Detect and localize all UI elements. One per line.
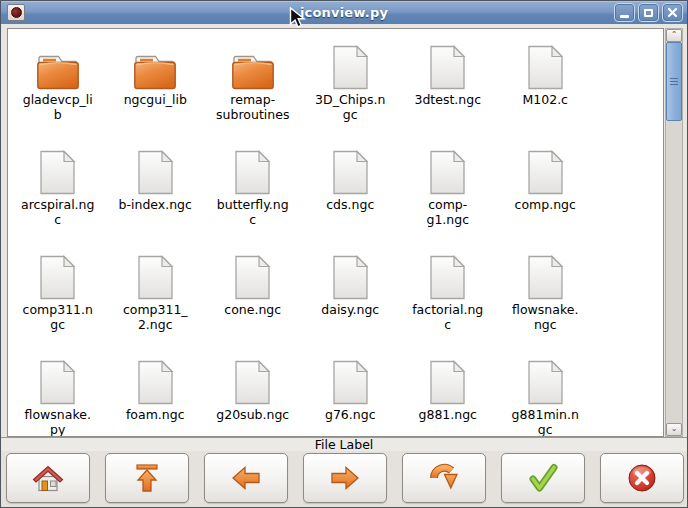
file-item-label: comp- g1.ngc <box>426 197 469 227</box>
scroll-down-button[interactable]: ⌄ <box>666 423 682 436</box>
file-item[interactable]: comp311_ 2.ngc <box>107 244 205 349</box>
forward-arrow-icon <box>329 464 361 492</box>
file-item-label: comp.ngc <box>515 197 576 212</box>
file-icon <box>332 360 369 405</box>
window-menu-button[interactable] <box>7 4 25 21</box>
file-icon <box>137 360 174 405</box>
file-icon <box>234 150 271 195</box>
file-item-label: factorial.ng c <box>412 302 483 332</box>
home-button[interactable] <box>6 453 90 503</box>
file-icon <box>332 45 369 90</box>
file-icon <box>137 255 174 300</box>
file-item[interactable]: flowsnake. py <box>9 349 107 437</box>
vertical-scrollbar[interactable]: ⌃ ⌄ <box>665 28 683 437</box>
file-item[interactable]: gladevcp_li b <box>9 34 107 139</box>
file-item-label: g20sub.ngc <box>216 407 289 422</box>
file-item[interactable]: ngcgui_lib <box>107 34 205 139</box>
file-item[interactable]: comp- g1.ngc <box>399 139 497 244</box>
file-item[interactable]: M102.c <box>497 34 595 139</box>
file-item[interactable]: butterfly.ng c <box>204 139 302 244</box>
close-button[interactable] <box>662 3 683 22</box>
maximize-button[interactable] <box>638 3 659 22</box>
jump-arrow-icon <box>428 462 460 494</box>
file-item-label: butterfly.ng c <box>217 197 289 227</box>
file-icon <box>429 45 466 90</box>
file-item-label: foam.ngc <box>126 407 185 422</box>
folder-icon <box>35 50 81 90</box>
file-item-label: cds.ngc <box>326 197 374 212</box>
folder-icon <box>132 50 178 90</box>
file-icon <box>39 150 76 195</box>
file-item[interactable]: g881min.n gc <box>497 349 595 437</box>
file-item[interactable]: arcspiral.ng c <box>9 139 107 244</box>
file-item[interactable]: b-index.ngc <box>107 139 205 244</box>
file-icon <box>39 255 76 300</box>
file-item-label: comp311.n gc <box>23 302 93 332</box>
minimize-icon <box>620 15 629 18</box>
file-item[interactable]: flowsnake. ngc <box>497 244 595 349</box>
close-icon <box>667 7 678 18</box>
file-item[interactable]: cone.ngc <box>204 244 302 349</box>
file-item-label: arcspiral.ng c <box>21 197 94 227</box>
file-icon <box>527 255 564 300</box>
maximize-icon <box>644 9 653 17</box>
forward-button[interactable] <box>303 453 387 503</box>
cancel-button[interactable] <box>600 453 684 503</box>
file-item[interactable]: 3dtest.ngc <box>399 34 497 139</box>
file-icon <box>527 45 564 90</box>
file-item-label: flowsnake. ngc <box>512 302 578 332</box>
file-icon-view[interactable]: gladevcp_li b ngcgui_lib remap- subrouti… <box>7 28 664 437</box>
file-item[interactable]: g881.ngc <box>399 349 497 437</box>
file-icon <box>429 360 466 405</box>
file-item[interactable]: daisy.ngc <box>302 244 400 349</box>
file-item[interactable]: comp.ngc <box>497 139 595 244</box>
app-window: iconview.py gladevcp_li b <box>0 0 688 508</box>
file-label-bar: File Label <box>1 437 687 452</box>
file-grid: gladevcp_li b ngcgui_lib remap- subrouti… <box>9 34 594 437</box>
file-icon <box>527 150 564 195</box>
file-item-label: g76.ngc <box>325 407 376 422</box>
home-icon <box>31 463 65 494</box>
ok-button[interactable] <box>501 453 585 503</box>
window-title: iconview.py <box>1 5 687 20</box>
back-arrow-icon <box>230 464 262 492</box>
toolbar <box>1 451 687 508</box>
file-item[interactable]: foam.ngc <box>107 349 205 437</box>
file-item-label: ngcgui_lib <box>124 92 187 107</box>
file-item[interactable]: g20sub.ngc <box>204 349 302 437</box>
scrollbar-thumb[interactable] <box>666 42 682 121</box>
file-icon <box>137 150 174 195</box>
file-item-label: cone.ngc <box>224 302 281 317</box>
file-icon <box>527 360 564 405</box>
file-item-label: gladevcp_li b <box>23 92 93 122</box>
go-top-button[interactable] <box>105 453 189 503</box>
go-top-icon <box>131 462 163 494</box>
file-icon <box>429 255 466 300</box>
file-item[interactable]: comp311.n gc <box>9 244 107 349</box>
file-item[interactable]: cds.ngc <box>302 139 400 244</box>
check-icon <box>527 463 559 493</box>
file-icon <box>234 360 271 405</box>
file-item-label: g881.ngc <box>419 407 478 422</box>
file-icon <box>429 150 466 195</box>
file-item-label: g881min.n gc <box>512 407 579 437</box>
file-item-label: flowsnake. py <box>25 407 91 437</box>
file-item-label: daisy.ngc <box>321 302 379 317</box>
file-item[interactable]: factorial.ng c <box>399 244 497 349</box>
cancel-icon <box>626 462 658 494</box>
minimize-button[interactable] <box>614 3 635 22</box>
file-item-label: b-index.ngc <box>119 197 192 212</box>
scroll-up-button[interactable]: ⌃ <box>666 29 682 42</box>
file-item[interactable]: 3D_Chips.n gc <box>302 34 400 139</box>
back-button[interactable] <box>204 453 288 503</box>
jump-button[interactable] <box>402 453 486 503</box>
file-item[interactable]: g76.ngc <box>302 349 400 437</box>
file-icon <box>332 150 369 195</box>
window-menu-icon <box>11 7 22 18</box>
file-item-label: remap- subroutines <box>216 92 289 122</box>
file-item[interactable]: remap- subroutines <box>204 34 302 139</box>
file-icon <box>39 360 76 405</box>
titlebar[interactable]: iconview.py <box>1 1 687 24</box>
file-item-label: 3dtest.ngc <box>414 92 481 107</box>
file-item-label: comp311_ 2.ngc <box>123 302 188 332</box>
